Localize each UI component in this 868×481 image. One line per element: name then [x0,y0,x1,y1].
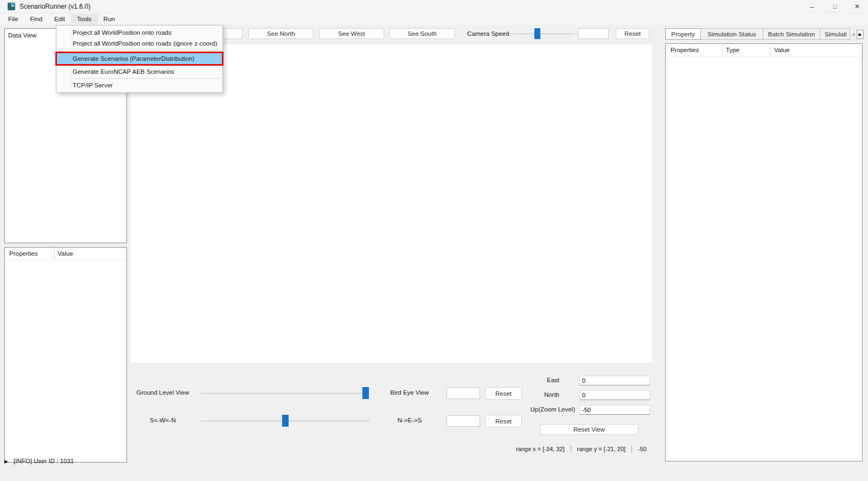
east-input[interactable] [579,376,650,385]
see-west-button[interactable]: See West [319,28,384,39]
north-input[interactable] [579,390,650,400]
reset-view-button[interactable]: Reset View [540,424,639,435]
header-underline [666,56,861,56]
range-readout: range x = [-34, 32] range y = [-21, 20] … [499,445,647,453]
slider-track [201,393,370,394]
camera-speed-input[interactable] [578,28,609,39]
title-bar: ScenarioRunner (v1.6.0) – □ ✕ [0,0,868,13]
ground-level-view-label: Ground Level View [130,389,195,396]
east-label: East [518,377,559,383]
column-divider [722,45,723,56]
tools-dropdown-menu: Project all WorldPosition onto roads Pro… [56,25,223,93]
see-south-button[interactable]: See South [390,28,455,39]
minimize-button[interactable]: – [801,0,824,13]
up-readout: -50 [638,446,647,452]
bird-eye-view-label: Bird Eye View [377,389,442,396]
menu-run[interactable]: Run [98,14,121,24]
swn-rotation-label: S<-W<-N [130,417,195,423]
camera-speed-slider-handle[interactable] [534,28,540,39]
close-icon: ✕ [854,3,860,10]
app-icon [8,3,15,10]
range-x-readout: range x = [-34, 32] [516,446,565,452]
maximize-button[interactable]: □ [824,0,846,13]
menu-item-generate-euroncap-aeb[interactable]: Generate EuroNCAP AEB Scenarios [56,66,222,77]
data-view-label: Data View [8,32,36,39]
tab-scroll-right-button[interactable]: ▶ [857,30,864,39]
menu-separator [73,78,221,79]
up-zoom-level-input[interactable] [579,405,650,415]
properties-panel: Properties Value [4,247,127,463]
menu-item-project-worldposition-ignore-z[interactable]: Project all WorldPosition onto roads (ig… [56,38,222,49]
nes-rotation-label: N->E->S [377,417,442,423]
maximize-icon: □ [833,3,837,10]
swn-rotation-slider-handle[interactable] [282,415,289,427]
menu-find[interactable]: Find [24,14,48,24]
north-label: North [518,391,559,398]
value-column-header[interactable]: Value [58,250,73,257]
menu-file[interactable]: File [2,14,24,24]
type-column-header[interactable]: Type [726,47,739,53]
see-north-button[interactable]: See North [248,28,314,39]
chevron-right-icon: ▶ [858,32,861,37]
tab-batch-simulation[interactable]: Batch Simulation [763,28,820,40]
menu-item-generate-scenarios-annotated[interactable]: Generate Scenarios (ParameterDistributio… [55,52,224,66]
divider [631,446,632,452]
column-divider [54,248,55,260]
menu-edit[interactable]: Edit [48,14,71,24]
menu-item-project-worldposition[interactable]: Project all WorldPosition onto roads [56,27,222,38]
camera-speed-reset-button[interactable]: Reset [616,28,649,39]
status-message: [INFO] User ID : 1031 [14,458,74,464]
tab-property[interactable]: Property [665,28,701,40]
tab-simulation-truncated[interactable]: Simulati [820,28,850,40]
properties-column-header[interactable]: Properties [9,250,37,257]
minimize-icon: – [810,3,814,11]
menu-tools[interactable]: Tools [71,14,98,24]
range-y-readout: range y = [-21, 20] [577,446,626,452]
column-divider [770,45,770,56]
divider [571,446,571,452]
properties-column-header[interactable]: Properties [671,47,699,53]
menu-item-tcpip-server[interactable]: TCP/IP Server [56,80,222,91]
bird-eye-reset-button[interactable]: Reset [485,387,522,400]
property-table: Properties Type Value [665,43,863,461]
swn-rotation-slider[interactable] [201,415,370,427]
status-expand-arrow-icon[interactable]: ▶ [4,459,8,464]
value-column-header[interactable]: Value [774,47,790,53]
tab-simulation-status[interactable]: Simulation Status [700,28,763,40]
ground-level-slider-handle[interactable] [362,387,369,399]
menu-separator [73,50,221,50]
slider-track [513,33,575,35]
header-underline [5,260,126,260]
camera-speed-label: Camera Speed [461,30,515,37]
close-button[interactable]: ✕ [846,0,868,13]
nes-rotation-input[interactable] [446,415,480,427]
bird-eye-view-input[interactable] [446,388,480,399]
tab-scroll-left-button[interactable]: ◀ [850,30,857,39]
menu-bar: File Find Edit Tools Run [0,13,868,25]
nes-reset-button[interactable]: Reset [485,415,522,427]
camera-speed-slider[interactable] [513,28,575,39]
up-zoom-level-label: Up(Zoom Level) [507,406,575,413]
chevron-left-icon: ◀ [851,32,854,37]
window-title: ScenarioRunner (v1.6.0) [20,3,91,10]
ground-level-slider[interactable] [201,387,370,399]
